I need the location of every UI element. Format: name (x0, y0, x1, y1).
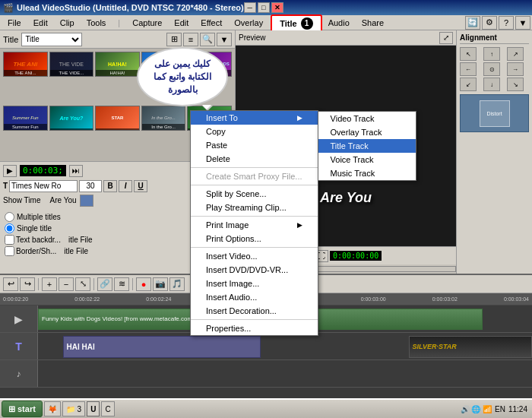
window-title: Ulead VideoStudio (Untitled, DVD NTSC 72… (17, 3, 244, 12)
toolbar-icon-1[interactable]: 🔄 (465, 16, 480, 30)
taskbar-btn-firefox[interactable]: 🦊 (44, 401, 61, 416)
ctx-create-proxy[interactable]: Create Smart Proxy File... (191, 169, 318, 183)
audio-track-content (38, 360, 532, 387)
filter-label: Title (3, 35, 18, 44)
menu-item-tools[interactable]: Tools (81, 17, 112, 29)
are-you-label: Are You (49, 196, 76, 204)
expand-btn[interactable]: ⤢ (439, 32, 453, 44)
end-btn[interactable]: ⏭ (69, 165, 83, 177)
audio-btn[interactable]: 🎵 (169, 277, 185, 291)
align-center[interactable]: ⊙ (483, 62, 500, 76)
snap-btn[interactable]: 🔗 (97, 277, 112, 291)
start-button[interactable]: ⊞ start (2, 401, 43, 417)
ctx-properties[interactable]: Properties... (191, 321, 318, 335)
align-top-right[interactable]: ↗ (507, 47, 524, 61)
thumb-8[interactable]: STAR (95, 106, 140, 131)
ctx-delete[interactable]: Delete (191, 152, 318, 166)
ctx-insert-decoration[interactable]: Insert Decoration... (191, 304, 318, 318)
ctx-play-streaming[interactable]: Play Streaming Clip... (191, 201, 318, 214)
ctx-insert-to: Insert To ▶ Video Track Overlay Track Ti… (191, 111, 318, 125)
toolbar-icon-4[interactable]: ▼ (515, 16, 530, 30)
menu-item-edit[interactable]: Edit (27, 17, 54, 29)
silver-star-clip[interactable]: SILVER·STAR (409, 336, 533, 359)
thumb-7[interactable]: Are You? (49, 106, 94, 131)
ctx-insert-to-label[interactable]: Insert To (206, 113, 238, 122)
ctx-insert-video[interactable]: Insert Video... (191, 249, 318, 263)
ctx-print-options[interactable]: Print Options... (191, 232, 318, 245)
video-track-header: ▶ (0, 306, 38, 332)
title-clip[interactable]: HAI HAI (63, 336, 261, 359)
filter-select[interactable]: Title All (21, 33, 82, 46)
submenu-title-track[interactable]: Title Track (318, 139, 416, 153)
ctx-insert-arrow: ▶ (297, 114, 302, 122)
align-bot-center[interactable]: ↓ (483, 78, 500, 91)
menu-item-overlay[interactable]: Overlay (228, 17, 269, 29)
record-btn[interactable]: ● (136, 277, 151, 291)
ctx-insert-audio[interactable]: Insert Audio... (191, 290, 318, 304)
minimize-button[interactable]: ─ (244, 2, 256, 13)
ctx-print-image[interactable]: Print Image ▶ (191, 218, 318, 232)
align-mid-left[interactable]: ← (460, 62, 477, 76)
zoom-in-btn[interactable]: + (42, 277, 57, 291)
submenu-voice-track[interactable]: Voice Track (318, 153, 416, 166)
size-input[interactable] (79, 180, 102, 192)
color-swatch[interactable] (80, 195, 93, 207)
menu-item-capture[interactable]: Capture (126, 17, 168, 29)
submenu-video-track[interactable]: Video Track (318, 112, 416, 125)
align-bot-left[interactable]: ↙ (460, 78, 477, 91)
taskbar-btn-folder[interactable]: 📁 3 (62, 401, 85, 416)
thumb-view-btn[interactable]: ⊞ (166, 33, 182, 46)
list-view-btn[interactable]: ≡ (183, 33, 198, 46)
camera-btn[interactable]: 📷 (153, 277, 168, 291)
tab-title[interactable]: Title 1 (271, 14, 321, 31)
menu-item-audio[interactable]: Audio (322, 17, 356, 29)
play-icon[interactable]: ▶ (3, 165, 17, 177)
ctx-separator-5 (191, 319, 318, 320)
italic-button[interactable]: I (119, 180, 132, 192)
thumb-in-the-gro[interactable]: In the Gro... In the Gro... (141, 106, 186, 131)
ctx-paste[interactable]: Paste (191, 138, 318, 152)
close-button[interactable]: ✕ (271, 2, 283, 13)
menu-item-file[interactable]: File (2, 17, 27, 29)
align-top-left[interactable]: ↖ (460, 47, 477, 61)
title-bar: 🎬 Ulead VideoStudio (Untitled, DVD NTSC … (0, 0, 532, 15)
maximize-button[interactable]: □ (258, 2, 270, 13)
taskbar-btn-u[interactable]: U (87, 401, 100, 416)
context-menu-overlay: Insert To ▶ Video Track Overlay Track Ti… (190, 110, 318, 336)
filter-bar: Title Title All ⊞ ≡ 🔍 ▼ (0, 30, 235, 49)
undo-btn[interactable]: ↩ (3, 277, 18, 291)
align-mid-right[interactable]: → (507, 62, 524, 76)
align-top-center[interactable]: ↑ (483, 47, 500, 61)
menu-item-effect[interactable]: Effect (195, 17, 228, 29)
submenu-overlay-track[interactable]: Overlay Track (318, 125, 416, 139)
submenu-music-track[interactable]: Music Track (318, 166, 416, 180)
ctx-insert-image[interactable]: Insert Image... (191, 277, 318, 290)
align-grid: ↖ ↑ ↗ ← ⊙ → ↙ ↓ ↘ (460, 47, 529, 91)
ctx-copy[interactable]: Copy (191, 125, 318, 138)
menu-item-edit2[interactable]: Edit (168, 17, 195, 29)
redo-btn[interactable]: ↪ (20, 277, 35, 291)
zoom-out-btn[interactable]: − (59, 277, 74, 291)
thumb-the-vide[interactable]: THE VIDE THE VIDE... (49, 52, 94, 77)
taskbar-btn-c[interactable]: C (101, 401, 114, 416)
search-icon[interactable]: 🔍 (200, 33, 215, 46)
menu-item-share[interactable]: Share (356, 17, 390, 29)
underline-button[interactable]: U (134, 180, 147, 192)
thumb-summer-fun[interactable]: Summer Fun Summer Fun (3, 106, 48, 131)
menu-item-clip[interactable]: Clip (54, 17, 81, 29)
ctx-insert-dvd[interactable]: Insert DVD/DVD-VR... (191, 263, 318, 277)
toolbar-icon-3[interactable]: ? (499, 16, 514, 30)
thumb-the-ani[interactable]: THE ANI THE ANI... (3, 52, 48, 77)
font-input[interactable] (9, 180, 78, 192)
thumb-haha[interactable]: HA!HA! HA!HA! (95, 52, 140, 77)
fit-btn[interactable]: ⤡ (75, 277, 90, 291)
options-icon[interactable]: ▼ (217, 33, 232, 46)
tray-icons: 🔊 🌐 📶 (461, 405, 492, 413)
align-bot-right[interactable]: ↘ (507, 78, 524, 91)
toolbar-icon-2[interactable]: ⚙ (482, 16, 497, 30)
preview-label: Preview (239, 33, 266, 42)
bold-button[interactable]: B (103, 180, 117, 192)
ctx-split-by-scene[interactable]: Split by Scene... (191, 187, 318, 201)
title-clip-label: HAI HAI (67, 343, 95, 351)
ripple-btn[interactable]: ≋ (114, 277, 129, 291)
